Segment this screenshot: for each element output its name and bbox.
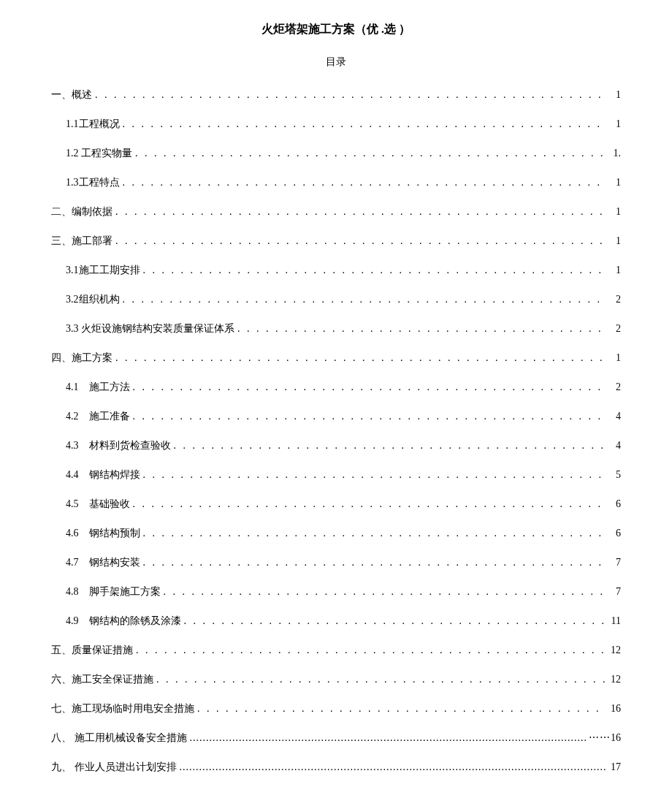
- toc-entry: 四、施工方案 . . . . . . . . . . . . . . . . .…: [51, 350, 621, 365]
- toc-page-number: 12: [606, 672, 621, 687]
- toc-entry-label: 4.4钢结构焊接: [66, 467, 143, 482]
- toc-heading: 目录: [51, 56, 621, 69]
- toc-leader: . . . . . . . . . . . . . . . . . . . . …: [136, 642, 606, 658]
- toc-leader: . . . . . . . . . . . . . . . . . . . . …: [143, 525, 607, 541]
- toc-entry-label: 4.3材料到货检查验收: [66, 438, 174, 453]
- toc-page-number: 1: [606, 116, 621, 132]
- toc-leader: . . . . . . . . . . . . . . . . . . . . …: [164, 584, 607, 599]
- toc-entry: 4.9钢结构的除锈及涂漆 . . . . . . . . . . . . . .…: [51, 613, 621, 628]
- toc-page-number: 7: [606, 584, 621, 599]
- toc-leader: . . . . . . . . . . . . . . . . . . . . …: [123, 175, 607, 190]
- toc-page-number: 1.: [606, 145, 621, 161]
- toc-entry-label: 三、施工部署: [51, 233, 115, 248]
- toc-leader: . . . . . . . . . . . . . . . . . . . . …: [143, 467, 607, 482]
- toc-leader: . . . . . . . . . . . . . . . . . . . . …: [123, 292, 607, 307]
- toc-entry: 4.2施工准备 . . . . . . . . . . . . . . . . …: [51, 408, 621, 424]
- toc-leader: . . . . . . . . . . . . . . . . . . . . …: [143, 262, 607, 278]
- toc-entry-label: 一、概述: [51, 87, 95, 102]
- toc-entry: 4.6钢结构预制 . . . . . . . . . . . . . . . .…: [51, 525, 621, 541]
- toc-entry: 3.2组织机构 . . . . . . . . . . . . . . . . …: [51, 292, 621, 307]
- toc-entry: 4.5基础验收 . . . . . . . . . . . . . . . . …: [51, 496, 621, 512]
- toc-entry: 六、施工安全保证措施 . . . . . . . . . . . . . . .…: [51, 672, 621, 687]
- toc-page-number: 17: [606, 759, 621, 775]
- toc-entry-label: 3.2组织机构: [66, 292, 123, 307]
- toc-entry: 1.3工程特点 . . . . . . . . . . . . . . . . …: [51, 175, 621, 190]
- toc-leader: . . . . . . . . . . . . . . . . . . . . …: [133, 408, 607, 424]
- toc-leader: . . . . . . . . . . . . . . . . . . . . …: [156, 672, 606, 687]
- toc-entry-label: 1.3工程特点: [66, 175, 123, 190]
- toc-entry-label: 4.7钢结构安装: [66, 555, 143, 570]
- toc-page-number: 4: [606, 438, 621, 453]
- toc-page-number: 16: [606, 701, 621, 716]
- toc-entry-label: 3.3 火炬设施钢结构安装质量保证体系: [66, 321, 237, 336]
- toc-leader: . . . . . . . . . . . . . . . . . . . . …: [123, 116, 607, 132]
- toc-page-number: 2: [606, 321, 621, 336]
- toc-entry-label: 4.2施工准备: [66, 408, 133, 424]
- toc-leader: . . . . . . . . . . . . . . . . . . . . …: [197, 701, 606, 716]
- toc-page-number: 12: [606, 642, 621, 658]
- table-of-contents: 一、概述 . . . . . . . . . . . . . . . . . .…: [51, 87, 621, 787]
- toc-page-number: 2: [606, 292, 621, 307]
- toc-page-number: 5: [606, 467, 621, 482]
- toc-entry: 3.3 火炬设施钢结构安装质量保证体系 . . . . . . . . . . …: [51, 321, 621, 336]
- document-title: 火炬塔架施工方案（优 .选 ）: [51, 22, 621, 37]
- toc-entry-label: 七、施工现场临时用电安全措施: [51, 701, 197, 716]
- toc-entry: 一、概述 . . . . . . . . . . . . . . . . . .…: [51, 87, 621, 102]
- toc-entry: 4.3材料到货检查验收 . . . . . . . . . . . . . . …: [51, 438, 621, 453]
- toc-entry: 七、施工现场临时用电安全措施 . . . . . . . . . . . . .…: [51, 701, 621, 716]
- toc-leader: ........................................…: [190, 730, 587, 745]
- toc-entry-label: 1.2 工程实物量: [66, 145, 135, 161]
- toc-leader: . . . . . . . . . . . . . . . . . . . . …: [237, 321, 606, 336]
- toc-entry: 4.1施工方法 . . . . . . . . . . . . . . . . …: [51, 379, 621, 395]
- toc-entry-label: 1.1工程概况: [66, 116, 123, 132]
- toc-entry: 1.1工程概况 . . . . . . . . . . . . . . . . …: [51, 116, 621, 132]
- toc-entry: 二、编制依据 . . . . . . . . . . . . . . . . .…: [51, 204, 621, 219]
- toc-page-number: 1: [606, 175, 621, 190]
- toc-entry: 1.2 工程实物量 . . . . . . . . . . . . . . . …: [51, 145, 621, 161]
- toc-leader: ........................................…: [180, 759, 607, 775]
- toc-page-number: 1: [606, 262, 621, 278]
- toc-entry: 4.8脚手架施工方案 . . . . . . . . . . . . . . .…: [51, 584, 621, 599]
- toc-page-number: 6: [606, 496, 621, 512]
- toc-leader: . . . . . . . . . . . . . . . . . . . . …: [133, 496, 607, 512]
- toc-leader: . . . . . . . . . . . . . . . . . . . . …: [115, 204, 606, 219]
- toc-page-number: 1: [606, 204, 621, 219]
- toc-page-number: 11: [606, 613, 621, 628]
- toc-entry-label: 4.9钢结构的除锈及涂漆: [66, 613, 184, 628]
- toc-entry-label: 八、 施工用机械设备安全措施: [51, 730, 190, 745]
- toc-entry-label: 五、质量保证措施: [51, 642, 136, 658]
- toc-page-number: 1: [606, 87, 621, 102]
- toc-entry-label: 九、 作业人员进出计划安排: [51, 759, 180, 775]
- toc-page-number: 6: [606, 525, 621, 541]
- toc-entry-label: 六、施工安全保证措施: [51, 672, 156, 687]
- toc-leader: . . . . . . . . . . . . . . . . . . . . …: [184, 613, 607, 628]
- toc-entry-label: 4.1施工方法: [66, 379, 133, 395]
- toc-entry: 3.1施工工期安排 . . . . . . . . . . . . . . . …: [51, 262, 621, 278]
- toc-page-number: 7: [606, 555, 621, 570]
- toc-entry: 三、施工部署 . . . . . . . . . . . . . . . . .…: [51, 233, 621, 248]
- toc-page-number: 2: [606, 379, 621, 395]
- toc-leader: . . . . . . . . . . . . . . . . . . . . …: [133, 379, 607, 395]
- toc-entry-label: 四、施工方案: [51, 350, 115, 365]
- toc-page-number: 4: [606, 408, 621, 424]
- toc-entry-label: 4.5基础验收: [66, 496, 133, 512]
- toc-page-number: 1: [606, 350, 621, 365]
- toc-entry-label: 4.6钢结构预制: [66, 525, 143, 541]
- toc-page-number: 1: [606, 233, 621, 248]
- toc-entry-label: 4.8脚手架施工方案: [66, 584, 164, 599]
- toc-leader: . . . . . . . . . . . . . . . . . . . . …: [115, 233, 606, 248]
- toc-entry: 4.4钢结构焊接 . . . . . . . . . . . . . . . .…: [51, 467, 621, 482]
- toc-entry: 八、 施工用机械设备安全措施..........................…: [51, 730, 621, 745]
- toc-leader: . . . . . . . . . . . . . . . . . . . . …: [174, 438, 607, 453]
- toc-entry-label: 二、编制依据: [51, 204, 115, 219]
- toc-entry-label: 3.1施工工期安排: [66, 262, 143, 278]
- toc-leader: . . . . . . . . . . . . . . . . . . . . …: [115, 350, 606, 365]
- toc-page-number: ⋯⋯16: [586, 730, 621, 745]
- toc-entry: 五、质量保证措施 . . . . . . . . . . . . . . . .…: [51, 642, 621, 658]
- toc-leader: . . . . . . . . . . . . . . . . . . . . …: [95, 87, 606, 102]
- toc-entry: 4.7钢结构安装 . . . . . . . . . . . . . . . .…: [51, 555, 621, 570]
- toc-leader: . . . . . . . . . . . . . . . . . . . . …: [143, 555, 607, 570]
- toc-leader: . . . . . . . . . . . . . . . . . . . . …: [135, 145, 606, 161]
- toc-entry: 九、 作业人员进出计划安排...........................…: [51, 759, 621, 775]
